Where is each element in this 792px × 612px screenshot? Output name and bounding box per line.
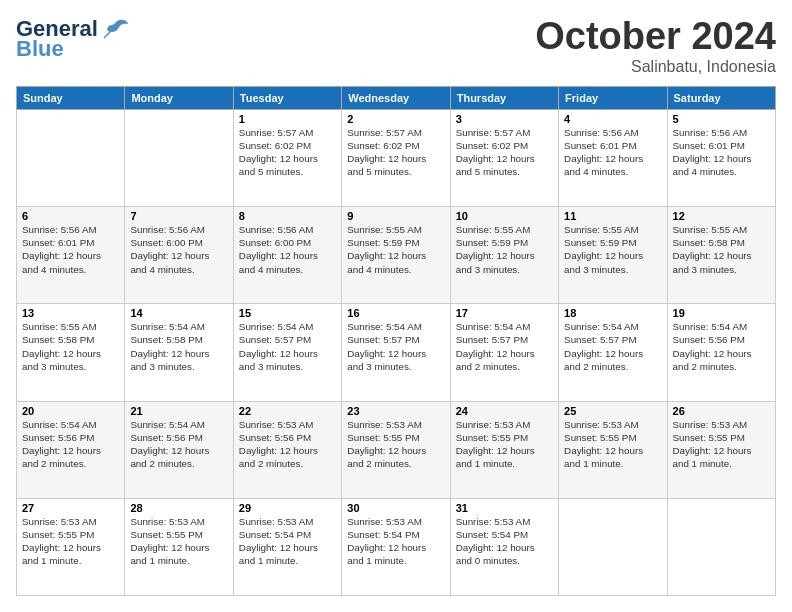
calendar-day-cell: 29Sunrise: 5:53 AM Sunset: 5:54 PM Dayli… bbox=[233, 498, 341, 595]
day-info: Sunrise: 5:55 AM Sunset: 5:59 PM Dayligh… bbox=[456, 223, 553, 276]
calendar-day-cell: 11Sunrise: 5:55 AM Sunset: 5:59 PM Dayli… bbox=[559, 207, 667, 304]
day-number: 10 bbox=[456, 210, 553, 222]
day-info: Sunrise: 5:53 AM Sunset: 5:55 PM Dayligh… bbox=[456, 418, 553, 471]
header: General Blue October 2024 Salinbatu, Ind… bbox=[16, 16, 776, 76]
logo-bird-icon bbox=[102, 18, 130, 40]
day-info: Sunrise: 5:54 AM Sunset: 5:57 PM Dayligh… bbox=[564, 320, 661, 373]
day-info: Sunrise: 5:56 AM Sunset: 6:01 PM Dayligh… bbox=[22, 223, 119, 276]
day-number: 31 bbox=[456, 502, 553, 514]
calendar-day-cell: 16Sunrise: 5:54 AM Sunset: 5:57 PM Dayli… bbox=[342, 304, 450, 401]
day-number: 3 bbox=[456, 113, 553, 125]
day-number: 16 bbox=[347, 307, 444, 319]
day-info: Sunrise: 5:57 AM Sunset: 6:02 PM Dayligh… bbox=[239, 126, 336, 179]
calendar-day-cell: 2Sunrise: 5:57 AM Sunset: 6:02 PM Daylig… bbox=[342, 109, 450, 206]
calendar-day-cell: 28Sunrise: 5:53 AM Sunset: 5:55 PM Dayli… bbox=[125, 498, 233, 595]
day-info: Sunrise: 5:54 AM Sunset: 5:56 PM Dayligh… bbox=[673, 320, 770, 373]
day-info: Sunrise: 5:54 AM Sunset: 5:58 PM Dayligh… bbox=[130, 320, 227, 373]
day-number: 17 bbox=[456, 307, 553, 319]
calendar-day-cell: 22Sunrise: 5:53 AM Sunset: 5:56 PM Dayli… bbox=[233, 401, 341, 498]
calendar-day-cell: 14Sunrise: 5:54 AM Sunset: 5:58 PM Dayli… bbox=[125, 304, 233, 401]
day-info: Sunrise: 5:55 AM Sunset: 5:59 PM Dayligh… bbox=[347, 223, 444, 276]
day-number: 22 bbox=[239, 405, 336, 417]
calendar-day-cell: 8Sunrise: 5:56 AM Sunset: 6:00 PM Daylig… bbox=[233, 207, 341, 304]
calendar-day-cell: 19Sunrise: 5:54 AM Sunset: 5:56 PM Dayli… bbox=[667, 304, 775, 401]
day-info: Sunrise: 5:57 AM Sunset: 6:02 PM Dayligh… bbox=[456, 126, 553, 179]
calendar-weekday-saturday: Saturday bbox=[667, 86, 775, 109]
calendar-day-cell: 27Sunrise: 5:53 AM Sunset: 5:55 PM Dayli… bbox=[17, 498, 125, 595]
calendar-day-cell: 30Sunrise: 5:53 AM Sunset: 5:54 PM Dayli… bbox=[342, 498, 450, 595]
calendar-day-cell: 25Sunrise: 5:53 AM Sunset: 5:55 PM Dayli… bbox=[559, 401, 667, 498]
calendar-weekday-friday: Friday bbox=[559, 86, 667, 109]
day-number: 11 bbox=[564, 210, 661, 222]
day-number: 6 bbox=[22, 210, 119, 222]
calendar-week-row: 6Sunrise: 5:56 AM Sunset: 6:01 PM Daylig… bbox=[17, 207, 776, 304]
title-block: October 2024 Salinbatu, Indonesia bbox=[535, 16, 776, 76]
day-info: Sunrise: 5:53 AM Sunset: 5:55 PM Dayligh… bbox=[130, 515, 227, 568]
calendar-day-cell: 5Sunrise: 5:56 AM Sunset: 6:01 PM Daylig… bbox=[667, 109, 775, 206]
calendar-day-cell: 1Sunrise: 5:57 AM Sunset: 6:02 PM Daylig… bbox=[233, 109, 341, 206]
calendar-day-cell: 23Sunrise: 5:53 AM Sunset: 5:55 PM Dayli… bbox=[342, 401, 450, 498]
day-number: 30 bbox=[347, 502, 444, 514]
calendar-weekday-sunday: Sunday bbox=[17, 86, 125, 109]
day-info: Sunrise: 5:56 AM Sunset: 6:01 PM Dayligh… bbox=[673, 126, 770, 179]
calendar-day-cell: 15Sunrise: 5:54 AM Sunset: 5:57 PM Dayli… bbox=[233, 304, 341, 401]
day-number: 26 bbox=[673, 405, 770, 417]
calendar-day-cell: 18Sunrise: 5:54 AM Sunset: 5:57 PM Dayli… bbox=[559, 304, 667, 401]
calendar-empty-cell bbox=[125, 109, 233, 206]
day-info: Sunrise: 5:56 AM Sunset: 6:01 PM Dayligh… bbox=[564, 126, 661, 179]
day-number: 19 bbox=[673, 307, 770, 319]
day-number: 21 bbox=[130, 405, 227, 417]
day-number: 12 bbox=[673, 210, 770, 222]
day-info: Sunrise: 5:53 AM Sunset: 5:56 PM Dayligh… bbox=[239, 418, 336, 471]
month-title: October 2024 bbox=[535, 16, 776, 58]
calendar-day-cell: 12Sunrise: 5:55 AM Sunset: 5:58 PM Dayli… bbox=[667, 207, 775, 304]
day-number: 2 bbox=[347, 113, 444, 125]
day-number: 1 bbox=[239, 113, 336, 125]
day-info: Sunrise: 5:54 AM Sunset: 5:57 PM Dayligh… bbox=[347, 320, 444, 373]
calendar-day-cell: 26Sunrise: 5:53 AM Sunset: 5:55 PM Dayli… bbox=[667, 401, 775, 498]
calendar-weekday-tuesday: Tuesday bbox=[233, 86, 341, 109]
calendar-week-row: 1Sunrise: 5:57 AM Sunset: 6:02 PM Daylig… bbox=[17, 109, 776, 206]
day-info: Sunrise: 5:54 AM Sunset: 5:57 PM Dayligh… bbox=[239, 320, 336, 373]
page: General Blue October 2024 Salinbatu, Ind… bbox=[0, 0, 792, 612]
day-number: 28 bbox=[130, 502, 227, 514]
calendar-table: SundayMondayTuesdayWednesdayThursdayFrid… bbox=[16, 86, 776, 596]
calendar-weekday-monday: Monday bbox=[125, 86, 233, 109]
day-number: 18 bbox=[564, 307, 661, 319]
day-info: Sunrise: 5:53 AM Sunset: 5:54 PM Dayligh… bbox=[347, 515, 444, 568]
day-info: Sunrise: 5:53 AM Sunset: 5:55 PM Dayligh… bbox=[673, 418, 770, 471]
day-number: 7 bbox=[130, 210, 227, 222]
day-number: 24 bbox=[456, 405, 553, 417]
calendar-weekday-thursday: Thursday bbox=[450, 86, 558, 109]
logo-blue-text: Blue bbox=[16, 36, 64, 62]
logo: General Blue bbox=[16, 16, 130, 62]
calendar-day-cell: 13Sunrise: 5:55 AM Sunset: 5:58 PM Dayli… bbox=[17, 304, 125, 401]
day-number: 23 bbox=[347, 405, 444, 417]
calendar-empty-cell bbox=[17, 109, 125, 206]
day-number: 29 bbox=[239, 502, 336, 514]
day-info: Sunrise: 5:55 AM Sunset: 5:59 PM Dayligh… bbox=[564, 223, 661, 276]
day-number: 15 bbox=[239, 307, 336, 319]
day-number: 5 bbox=[673, 113, 770, 125]
calendar-header-row: SundayMondayTuesdayWednesdayThursdayFrid… bbox=[17, 86, 776, 109]
day-number: 27 bbox=[22, 502, 119, 514]
day-info: Sunrise: 5:55 AM Sunset: 5:58 PM Dayligh… bbox=[673, 223, 770, 276]
calendar-day-cell: 10Sunrise: 5:55 AM Sunset: 5:59 PM Dayli… bbox=[450, 207, 558, 304]
day-info: Sunrise: 5:57 AM Sunset: 6:02 PM Dayligh… bbox=[347, 126, 444, 179]
calendar-empty-cell bbox=[559, 498, 667, 595]
calendar-day-cell: 7Sunrise: 5:56 AM Sunset: 6:00 PM Daylig… bbox=[125, 207, 233, 304]
calendar-day-cell: 6Sunrise: 5:56 AM Sunset: 6:01 PM Daylig… bbox=[17, 207, 125, 304]
calendar-day-cell: 31Sunrise: 5:53 AM Sunset: 5:54 PM Dayli… bbox=[450, 498, 558, 595]
day-info: Sunrise: 5:54 AM Sunset: 5:56 PM Dayligh… bbox=[22, 418, 119, 471]
calendar-day-cell: 3Sunrise: 5:57 AM Sunset: 6:02 PM Daylig… bbox=[450, 109, 558, 206]
day-info: Sunrise: 5:53 AM Sunset: 5:55 PM Dayligh… bbox=[22, 515, 119, 568]
day-number: 13 bbox=[22, 307, 119, 319]
calendar-week-row: 13Sunrise: 5:55 AM Sunset: 5:58 PM Dayli… bbox=[17, 304, 776, 401]
calendar-day-cell: 17Sunrise: 5:54 AM Sunset: 5:57 PM Dayli… bbox=[450, 304, 558, 401]
day-number: 9 bbox=[347, 210, 444, 222]
calendar-week-row: 27Sunrise: 5:53 AM Sunset: 5:55 PM Dayli… bbox=[17, 498, 776, 595]
calendar-weekday-wednesday: Wednesday bbox=[342, 86, 450, 109]
day-number: 20 bbox=[22, 405, 119, 417]
calendar-day-cell: 24Sunrise: 5:53 AM Sunset: 5:55 PM Dayli… bbox=[450, 401, 558, 498]
day-info: Sunrise: 5:56 AM Sunset: 6:00 PM Dayligh… bbox=[130, 223, 227, 276]
